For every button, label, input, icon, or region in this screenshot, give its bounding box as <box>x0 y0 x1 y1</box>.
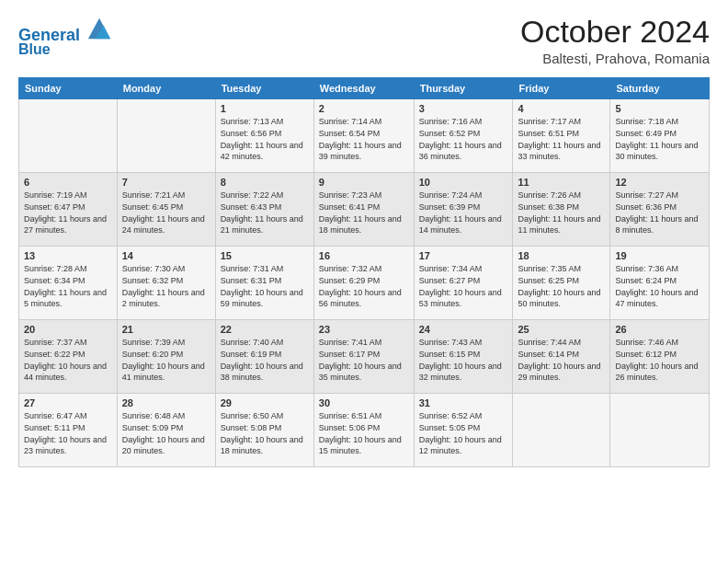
calendar-cell: 8Sunrise: 7:22 AM Sunset: 6:43 PM Daylig… <box>215 173 313 247</box>
day-number: 5 <box>615 103 704 114</box>
calendar-cell: 19Sunrise: 7:36 AM Sunset: 6:24 PM Dayli… <box>610 247 710 320</box>
day-number: 26 <box>615 324 704 335</box>
day-info: Sunrise: 7:40 AM Sunset: 6:19 PM Dayligh… <box>221 337 309 383</box>
day-number: 8 <box>221 177 309 188</box>
day-number: 18 <box>518 250 605 261</box>
calendar-cell: 3Sunrise: 7:16 AM Sunset: 6:52 PM Daylig… <box>414 99 513 173</box>
day-header-tuesday: Tuesday <box>215 78 313 99</box>
day-info: Sunrise: 7:28 AM Sunset: 6:34 PM Dayligh… <box>24 263 112 309</box>
day-number: 3 <box>419 103 508 114</box>
calendar-header-row: SundayMondayTuesdayWednesdayThursdayFrid… <box>19 78 710 99</box>
day-info: Sunrise: 7:35 AM Sunset: 6:25 PM Dayligh… <box>518 263 605 309</box>
day-number: 6 <box>24 177 112 188</box>
day-info: Sunrise: 7:46 AM Sunset: 6:12 PM Dayligh… <box>615 337 704 383</box>
day-info: Sunrise: 7:24 AM Sunset: 6:39 PM Dayligh… <box>419 190 508 236</box>
day-header-friday: Friday <box>513 78 610 99</box>
day-info: Sunrise: 6:51 AM Sunset: 5:06 PM Dayligh… <box>319 410 409 456</box>
calendar-cell: 2Sunrise: 7:14 AM Sunset: 6:54 PM Daylig… <box>313 99 414 173</box>
day-number: 14 <box>122 250 210 261</box>
day-info: Sunrise: 7:13 AM Sunset: 6:56 PM Dayligh… <box>221 116 309 162</box>
calendar-cell: 31Sunrise: 6:52 AM Sunset: 5:05 PM Dayli… <box>414 394 513 467</box>
calendar-cell: 16Sunrise: 7:32 AM Sunset: 6:29 PM Dayli… <box>313 247 414 320</box>
header: General Blue October 2024 Baltesti, Prah… <box>18 15 710 66</box>
day-info: Sunrise: 7:23 AM Sunset: 6:41 PM Dayligh… <box>319 190 409 236</box>
calendar-cell: 26Sunrise: 7:46 AM Sunset: 6:12 PM Dayli… <box>610 320 710 394</box>
calendar-cell: 28Sunrise: 6:48 AM Sunset: 5:09 PM Dayli… <box>117 394 215 467</box>
day-info: Sunrise: 7:31 AM Sunset: 6:31 PM Dayligh… <box>221 263 309 309</box>
calendar-cell: 23Sunrise: 7:41 AM Sunset: 6:17 PM Dayli… <box>313 320 414 394</box>
calendar-cell: 9Sunrise: 7:23 AM Sunset: 6:41 PM Daylig… <box>313 173 414 247</box>
calendar-table: SundayMondayTuesdayWednesdayThursdayFrid… <box>18 77 710 467</box>
day-info: Sunrise: 7:22 AM Sunset: 6:43 PM Dayligh… <box>221 190 309 236</box>
day-number: 9 <box>319 177 409 188</box>
calendar-cell: 15Sunrise: 7:31 AM Sunset: 6:31 PM Dayli… <box>215 247 313 320</box>
day-number: 31 <box>419 397 508 408</box>
calendar-week-5: 27Sunrise: 6:47 AM Sunset: 5:11 PM Dayli… <box>19 394 710 467</box>
day-info: Sunrise: 7:14 AM Sunset: 6:54 PM Dayligh… <box>319 116 409 162</box>
day-header-monday: Monday <box>117 78 215 99</box>
day-number: 1 <box>221 103 309 114</box>
logo-icon <box>86 15 112 40</box>
day-number: 4 <box>518 103 605 114</box>
day-info: Sunrise: 7:16 AM Sunset: 6:52 PM Dayligh… <box>419 116 508 162</box>
calendar-cell: 4Sunrise: 7:17 AM Sunset: 6:51 PM Daylig… <box>513 99 610 173</box>
day-info: Sunrise: 7:26 AM Sunset: 6:38 PM Dayligh… <box>518 190 605 236</box>
calendar-week-2: 6Sunrise: 7:19 AM Sunset: 6:47 PM Daylig… <box>19 173 710 247</box>
day-number: 28 <box>122 397 210 408</box>
calendar-cell: 6Sunrise: 7:19 AM Sunset: 6:47 PM Daylig… <box>19 173 118 247</box>
calendar-cell: 12Sunrise: 7:27 AM Sunset: 6:36 PM Dayli… <box>610 173 710 247</box>
calendar-cell: 22Sunrise: 7:40 AM Sunset: 6:19 PM Dayli… <box>215 320 313 394</box>
day-number: 11 <box>518 177 605 188</box>
day-header-thursday: Thursday <box>414 78 513 99</box>
day-info: Sunrise: 7:17 AM Sunset: 6:51 PM Dayligh… <box>518 116 605 162</box>
calendar-cell <box>19 99 118 173</box>
day-info: Sunrise: 7:39 AM Sunset: 6:20 PM Dayligh… <box>122 337 210 383</box>
calendar-cell: 1Sunrise: 7:13 AM Sunset: 6:56 PM Daylig… <box>215 99 313 173</box>
calendar-cell: 29Sunrise: 6:50 AM Sunset: 5:08 PM Dayli… <box>215 394 313 467</box>
day-info: Sunrise: 6:47 AM Sunset: 5:11 PM Dayligh… <box>24 410 112 456</box>
day-info: Sunrise: 6:50 AM Sunset: 5:08 PM Dayligh… <box>221 410 309 456</box>
calendar-cell: 20Sunrise: 7:37 AM Sunset: 6:22 PM Dayli… <box>19 320 118 394</box>
logo: General Blue <box>18 15 112 57</box>
calendar-cell: 25Sunrise: 7:44 AM Sunset: 6:14 PM Dayli… <box>513 320 610 394</box>
day-number: 10 <box>419 177 508 188</box>
day-info: Sunrise: 7:32 AM Sunset: 6:29 PM Dayligh… <box>319 263 409 309</box>
day-info: Sunrise: 7:43 AM Sunset: 6:15 PM Dayligh… <box>419 337 508 383</box>
location-subtitle: Baltesti, Prahova, Romania <box>520 51 710 66</box>
day-number: 24 <box>419 324 508 335</box>
day-info: Sunrise: 7:44 AM Sunset: 6:14 PM Dayligh… <box>518 337 605 383</box>
day-number: 17 <box>419 250 508 261</box>
day-number: 12 <box>615 177 704 188</box>
day-number: 15 <box>221 250 309 261</box>
calendar-week-4: 20Sunrise: 7:37 AM Sunset: 6:22 PM Dayli… <box>19 320 710 394</box>
day-number: 23 <box>319 324 409 335</box>
day-header-wednesday: Wednesday <box>313 78 414 99</box>
calendar-cell: 10Sunrise: 7:24 AM Sunset: 6:39 PM Dayli… <box>414 173 513 247</box>
day-info: Sunrise: 7:41 AM Sunset: 6:17 PM Dayligh… <box>319 337 409 383</box>
calendar-cell: 5Sunrise: 7:18 AM Sunset: 6:49 PM Daylig… <box>610 99 710 173</box>
day-header-saturday: Saturday <box>610 78 710 99</box>
day-info: Sunrise: 7:37 AM Sunset: 6:22 PM Dayligh… <box>24 337 112 383</box>
calendar-cell: 17Sunrise: 7:34 AM Sunset: 6:27 PM Dayli… <box>414 247 513 320</box>
day-info: Sunrise: 7:21 AM Sunset: 6:45 PM Dayligh… <box>122 190 210 236</box>
calendar-cell: 18Sunrise: 7:35 AM Sunset: 6:25 PM Dayli… <box>513 247 610 320</box>
month-title: October 2024 <box>520 15 710 49</box>
day-number: 29 <box>221 397 309 408</box>
day-number: 2 <box>319 103 409 114</box>
calendar-cell: 24Sunrise: 7:43 AM Sunset: 6:15 PM Dayli… <box>414 320 513 394</box>
calendar-week-3: 13Sunrise: 7:28 AM Sunset: 6:34 PM Dayli… <box>19 247 710 320</box>
logo-text: General <box>18 15 112 45</box>
day-info: Sunrise: 7:34 AM Sunset: 6:27 PM Dayligh… <box>419 263 508 309</box>
calendar-cell: 14Sunrise: 7:30 AM Sunset: 6:32 PM Dayli… <box>117 247 215 320</box>
day-info: Sunrise: 7:18 AM Sunset: 6:49 PM Dayligh… <box>615 116 704 162</box>
day-number: 20 <box>24 324 112 335</box>
day-number: 22 <box>221 324 309 335</box>
day-info: Sunrise: 7:36 AM Sunset: 6:24 PM Dayligh… <box>615 263 704 309</box>
calendar-cell: 11Sunrise: 7:26 AM Sunset: 6:38 PM Dayli… <box>513 173 610 247</box>
calendar-cell: 30Sunrise: 6:51 AM Sunset: 5:06 PM Dayli… <box>313 394 414 467</box>
day-info: Sunrise: 7:27 AM Sunset: 6:36 PM Dayligh… <box>615 190 704 236</box>
page: General Blue October 2024 Baltesti, Prah… <box>0 0 728 563</box>
day-info: Sunrise: 6:52 AM Sunset: 5:05 PM Dayligh… <box>419 410 508 456</box>
day-number: 7 <box>122 177 210 188</box>
calendar-cell <box>117 99 215 173</box>
